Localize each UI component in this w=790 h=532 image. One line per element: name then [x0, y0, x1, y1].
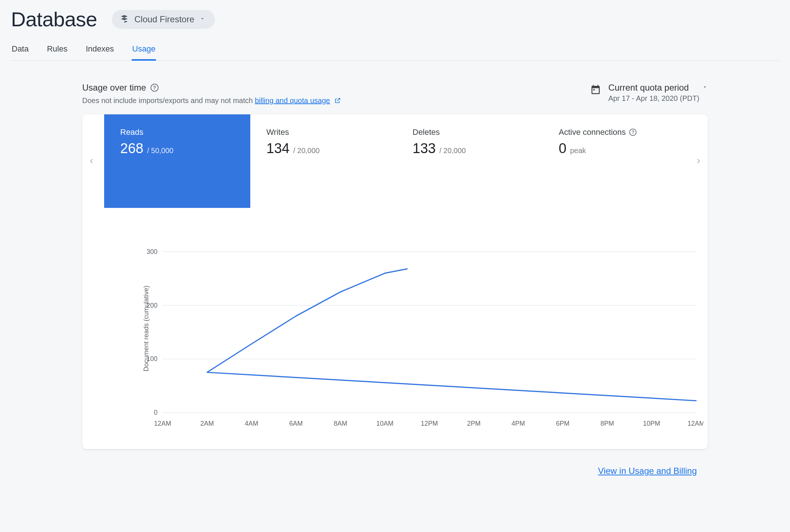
svg-text:2AM: 2AM — [200, 420, 214, 427]
metric-title: Active connections? — [559, 128, 673, 137]
usage-card: Reads268/ 50,000Writes134/ 20,000Deletes… — [82, 114, 708, 449]
svg-text:2PM: 2PM — [467, 420, 481, 427]
external-link-icon — [334, 97, 341, 105]
help-icon[interactable]: ? — [151, 84, 159, 92]
metrics-prev-button[interactable] — [82, 114, 100, 208]
section-title: Usage over time — [82, 83, 146, 93]
database-selector[interactable]: Cloud Firestore — [112, 10, 215, 29]
caret-down-icon — [200, 16, 205, 23]
metric-title: Reads — [120, 128, 234, 137]
svg-text:10PM: 10PM — [643, 420, 660, 427]
metric-writes[interactable]: Writes134/ 20,000 — [250, 114, 396, 208]
database-selector-label: Cloud Firestore — [134, 14, 194, 24]
billing-link[interactable]: billing and quota usage — [255, 96, 330, 104]
tabs: DataRulesIndexesUsage — [11, 41, 779, 61]
metric-value: 133 — [413, 141, 436, 156]
metric-suffix: peak — [570, 147, 586, 155]
caret-down-icon — [702, 84, 708, 91]
metric-deletes[interactable]: Deletes133/ 20,000 — [396, 114, 543, 208]
svg-text:12AM: 12AM — [154, 420, 171, 427]
metrics-next-button[interactable] — [690, 114, 708, 208]
metric-value: 0 — [559, 141, 566, 156]
firestore-icon — [119, 14, 129, 24]
tab-rules[interactable]: Rules — [47, 41, 67, 60]
usage-chart: 010020030012AM2AM4AM6AM8AM10AM12PM2PM4PM… — [133, 248, 703, 431]
svg-text:6AM: 6AM — [289, 420, 303, 427]
tab-data[interactable]: Data — [12, 41, 29, 60]
svg-text:12AM: 12AM — [687, 420, 703, 427]
svg-text:12PM: 12PM — [421, 420, 438, 427]
period-picker[interactable]: Current quota period Apr 17 - Apr 18, 20… — [590, 83, 708, 103]
metric-active-connections[interactable]: Active connections?0peak — [543, 114, 689, 208]
metric-suffix: / 20,000 — [439, 147, 466, 155]
view-billing-link[interactable]: View in Usage and Billing — [598, 466, 697, 476]
period-label: Current quota period — [608, 83, 689, 93]
svg-text:0: 0 — [154, 409, 157, 416]
page-title: Database — [11, 7, 97, 31]
metric-suffix: / 50,000 — [147, 147, 173, 155]
svg-text:10AM: 10AM — [376, 420, 394, 427]
section-subtitle: Does not include imports/exports and may… — [82, 96, 341, 106]
tab-indexes[interactable]: Indexes — [86, 41, 114, 60]
metric-value: 268 — [120, 141, 143, 156]
svg-text:4PM: 4PM — [512, 420, 525, 427]
svg-text:6PM: 6PM — [556, 420, 569, 427]
svg-text:4AM: 4AM — [245, 420, 258, 427]
metric-suffix: / 20,000 — [293, 147, 319, 155]
svg-text:8PM: 8PM — [600, 420, 614, 427]
help-icon[interactable]: ? — [629, 129, 637, 136]
svg-text:300: 300 — [147, 248, 157, 255]
metric-reads[interactable]: Reads268/ 50,000 — [104, 114, 250, 208]
svg-text:8AM: 8AM — [334, 420, 347, 427]
calendar-icon — [590, 84, 601, 96]
metric-title: Deletes — [413, 128, 527, 137]
period-range: Apr 17 - Apr 18, 2020 (PDT) — [608, 94, 708, 103]
tab-usage[interactable]: Usage — [132, 41, 156, 60]
metric-value: 134 — [266, 141, 289, 156]
chart-y-axis-label: Document reads (cumulative) — [143, 285, 150, 371]
metric-title: Writes — [266, 128, 380, 137]
